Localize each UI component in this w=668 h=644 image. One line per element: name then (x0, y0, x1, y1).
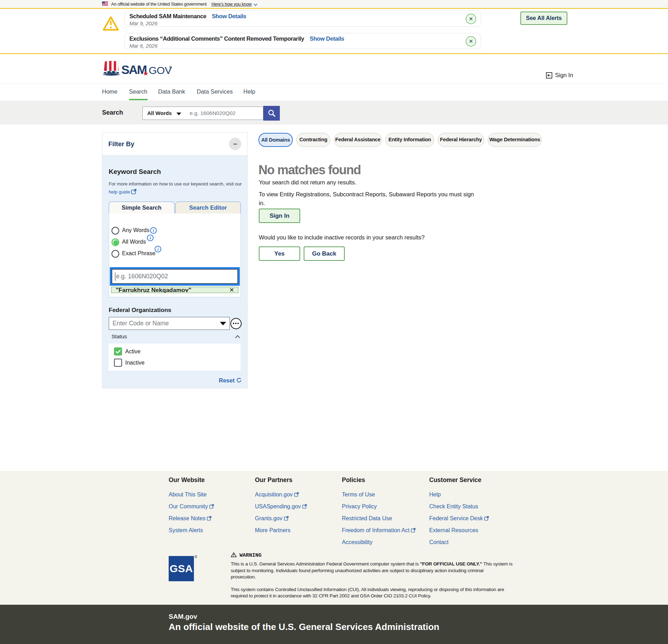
svg-text:GOV: GOV (149, 65, 172, 76)
svg-text:®: ® (169, 65, 172, 69)
svg-text:SAM: SAM (121, 63, 147, 76)
